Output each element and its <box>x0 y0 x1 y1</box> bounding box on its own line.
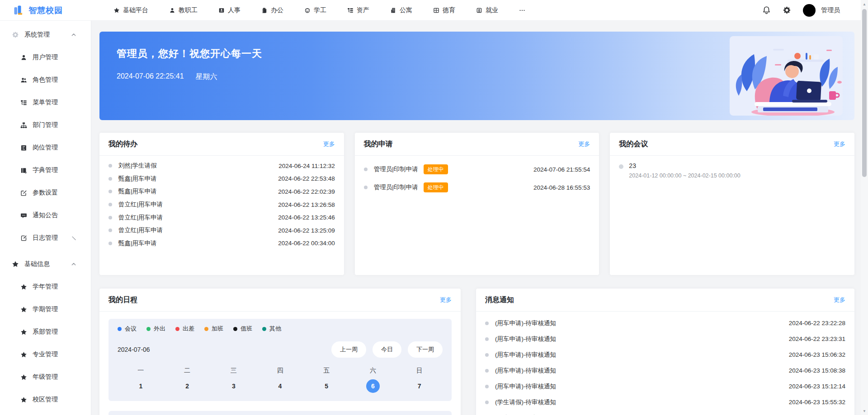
message-row[interactable]: (用车申请)-待审核通知2024-06-23 15:06:32 <box>485 347 845 363</box>
message-row[interactable]: (用车申请)-待审核通知2024-06-23 15:12:14 <box>485 378 845 394</box>
nav-item-公寓[interactable]: 公寓 <box>380 0 423 21</box>
apply-more-link[interactable]: 更多 <box>578 140 590 148</box>
banner-illustration <box>730 36 843 116</box>
calendar-button-上一周[interactable]: 上一周 <box>331 341 366 358</box>
app-logo-icon <box>13 5 24 16</box>
user-icon <box>20 54 27 61</box>
apply-row[interactable]: 管理员|印制申请处理中2024-06-28 16:55:53 <box>364 178 590 196</box>
notification-bell-icon[interactable] <box>762 6 771 14</box>
calendar-button-下一周[interactable]: 下一周 <box>408 341 443 358</box>
sidebar-item-label: 系部管理 <box>33 328 58 336</box>
todo-row[interactable]: 曾立红|用车申请2024-06-22 13:25:46 <box>108 211 335 224</box>
meeting-row[interactable]: 232024-01-12 00:00:00 ~ 2024-02-15 00:00… <box>619 162 845 179</box>
apply-time: 2024-06-28 16:55:53 <box>533 184 590 191</box>
sidebar-item-专业管理[interactable]: 专业管理 <box>0 343 91 366</box>
scrollbar-up-arrow[interactable]: ▲ <box>861 1 868 7</box>
user-icon <box>169 7 175 14</box>
message-row[interactable]: (用车申请)-待审核通知2024-06-23 15:08:38 <box>485 363 845 378</box>
todo-row[interactable]: 甄鑫|用车申请2024-06-22 22:53:48 <box>108 173 335 186</box>
calendar-day[interactable]: 7 <box>396 379 443 393</box>
nav-item-学工[interactable]: 学工 <box>294 0 337 21</box>
list-dot <box>108 216 112 219</box>
calendar-day[interactable]: 5 <box>303 379 350 393</box>
nav-item-德育[interactable]: 德育 <box>423 0 466 21</box>
message-row[interactable]: (学生请假)-待审核通知2024-06-23 15:57:41 <box>485 410 845 415</box>
calendar-day-active[interactable]: 6 <box>350 379 396 393</box>
star-icon <box>20 306 27 313</box>
settings-gear-icon[interactable] <box>783 6 791 14</box>
sidebar-item-角色管理[interactable]: 角色管理 <box>0 69 91 91</box>
sidebar-item-学期管理[interactable]: 学期管理 <box>0 298 91 321</box>
todo-row[interactable]: 刘然|学生请假2024-06-24 11:12:32 <box>108 159 335 173</box>
nav-item-资产[interactable]: 资产 <box>337 0 380 21</box>
nav-item-基础平台[interactable]: 基础平台 <box>103 0 159 21</box>
calendar-day-number: 3 <box>227 379 241 393</box>
nav-item-label: 人事 <box>228 6 241 14</box>
sidebar-item-字典管理[interactable]: 字典管理 <box>0 159 91 182</box>
calendar-day[interactable]: 2 <box>164 379 211 393</box>
top-navbar: 智慧校园 基础平台教职工人事办公学工资产公寓德育就业 管理员 <box>0 0 861 21</box>
status-badge: 处理中 <box>424 164 448 174</box>
sidebar-item-校区管理[interactable]: 校区管理 <box>0 388 91 411</box>
todo-more-link[interactable]: 更多 <box>323 140 335 148</box>
message-row[interactable]: (学生请假)-待审核通知2024-06-23 15:55:32 <box>485 394 845 410</box>
message-more-link[interactable]: 更多 <box>834 296 845 304</box>
legend-item-会议: 会议 <box>118 325 137 333</box>
calendar-day[interactable]: 3 <box>210 379 257 393</box>
username-label[interactable]: 管理员 <box>821 6 840 14</box>
sidebar-item-用户管理[interactable]: 用户管理 <box>0 46 91 69</box>
apply-row[interactable]: 管理员|印制申请处理中2024-07-06 21:55:54 <box>364 160 590 178</box>
sidebar-section-系统管理[interactable]: 系统管理 <box>0 23 91 46</box>
scrollbar-thumb[interactable] <box>862 9 867 177</box>
schedule-more-link[interactable]: 更多 <box>440 296 452 304</box>
chevron-down-icon <box>71 235 77 242</box>
sidebar-item-label: 专业管理 <box>33 350 58 359</box>
todo-row[interactable]: 甄鑫|用车申请2024-06-22 22:02:39 <box>108 185 335 198</box>
nav-item-人事[interactable]: 人事 <box>208 0 251 21</box>
nav-item-more[interactable] <box>509 0 536 21</box>
sidebar-item-菜单管理[interactable]: 菜单管理 <box>0 91 91 114</box>
sidebar-item-学年管理[interactable]: 学年管理 <box>0 275 91 298</box>
sidebar-item-日志管理[interactable]: 日志管理 <box>0 227 91 249</box>
calendar-day-number: 4 <box>273 379 287 393</box>
user-avatar[interactable] <box>803 4 816 17</box>
message-row[interactable]: (用车申请)-待审核通知2024-06-22 23:22:28 <box>485 315 845 331</box>
edit-icon <box>20 190 27 196</box>
nav-item-教职工[interactable]: 教职工 <box>159 0 208 21</box>
sidebar-item-系部管理[interactable]: 系部管理 <box>0 321 91 343</box>
star-icon <box>20 284 27 290</box>
sidebar-section-基础信息[interactable]: 基础信息 <box>0 253 91 275</box>
apply-card-header: 我的申请 更多 <box>355 133 599 156</box>
todo-time: 2024-06-22 22:53:48 <box>278 175 335 182</box>
calendar-day[interactable]: 1 <box>118 379 164 393</box>
calendar-button-今日[interactable]: 今日 <box>373 341 401 358</box>
nav-item-label: 学工 <box>314 6 326 14</box>
nav-item-办公[interactable]: 办公 <box>251 0 294 21</box>
app-logo[interactable]: 智慧校园 <box>13 5 90 16</box>
meeting-more-link[interactable]: 更多 <box>834 140 845 148</box>
todo-row[interactable]: 曾立红|用车申请2024-06-22 13:26:58 <box>108 198 335 211</box>
sidebar-item-通知公告[interactable]: 通知公告 <box>0 204 91 227</box>
todo-row[interactable]: 甄鑫|用车申请2024-06-22 00:34:00 <box>108 237 335 250</box>
page-scrollbar[interactable]: ▲ ▼ <box>861 0 868 415</box>
meeting-card-header: 我的会议 更多 <box>610 133 854 156</box>
doc-icon <box>261 7 268 14</box>
message-card: 消息通知 更多 (用车申请)-待审核通知2024-06-22 23:22:28(… <box>476 289 854 415</box>
meeting-title: 23 <box>629 162 740 169</box>
todo-row[interactable]: 曾立红|用车申请2024-06-22 13:25:09 <box>108 224 335 237</box>
todo-text: 曾立红|用车申请 <box>118 201 163 209</box>
sidebar-item-label: 学期管理 <box>33 305 58 313</box>
calendar-weekday: 一 <box>118 366 164 375</box>
message-row[interactable]: (用车申请)-待审核通知2024-06-22 23:23:31 <box>485 331 845 347</box>
message-text: (用车申请)-待审核通知 <box>495 382 556 391</box>
calendar-day[interactable]: 4 <box>257 379 303 393</box>
todo-card-title: 我的待办 <box>108 139 137 149</box>
todo-time: 2024-06-24 11:12:32 <box>278 163 335 169</box>
nav-item-就业[interactable]: 就业 <box>466 0 509 21</box>
scrollbar-down-arrow[interactable]: ▼ <box>861 408 868 414</box>
sidebar-item-参数设置[interactable]: 参数设置 <box>0 182 91 204</box>
sidebar-item-年级管理[interactable]: 年级管理 <box>0 366 91 388</box>
schedule-card-title: 我的日程 <box>108 294 137 305</box>
sidebar-item-部门管理[interactable]: 部门管理 <box>0 114 91 136</box>
sidebar-item-岗位管理[interactable]: 岗位管理 <box>0 136 91 159</box>
